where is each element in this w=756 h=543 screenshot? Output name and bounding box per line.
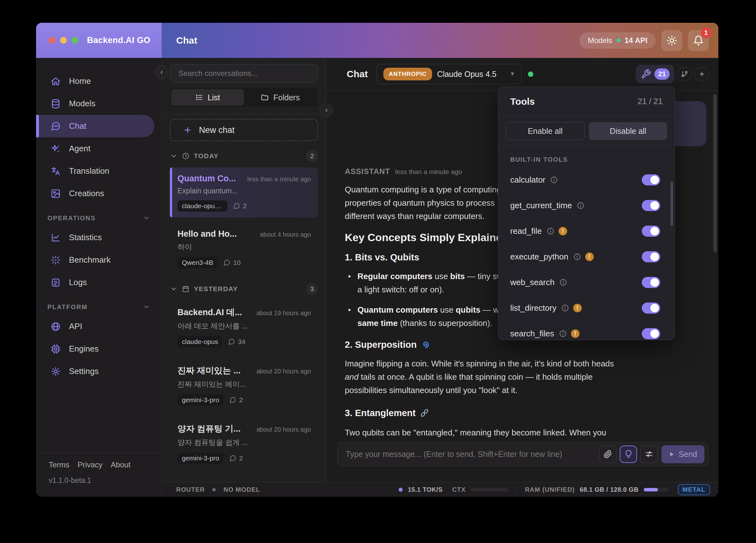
tool-toggle[interactable] <box>642 303 660 314</box>
collapse-conversation-list-button[interactable]: ‹ <box>320 103 333 117</box>
close-window-button[interactable] <box>49 37 55 44</box>
model-online-dot <box>528 71 533 77</box>
info-icon[interactable] <box>561 304 569 312</box>
builtin-tools-section-label: BUILT-IN TOOLS <box>510 156 663 163</box>
disable-all-button[interactable]: Disable all <box>589 122 667 140</box>
warning-icon: ! <box>585 252 594 261</box>
burst-icon <box>51 255 61 265</box>
sidebar-item-logs[interactable]: Logs <box>36 271 161 294</box>
tools-title: Tools <box>510 96 535 107</box>
conversation-item[interactable]: 양자 컴퓨팅 기... about 20 hours ago 양자 컴퓨팅을 쉽… <box>170 417 318 470</box>
tool-toggle[interactable] <box>642 200 660 211</box>
sidebar-item-engines[interactable]: Engines <box>36 338 161 360</box>
conversation-subtitle: 양자 컴퓨팅을 쉽게 ... <box>177 438 311 447</box>
message-count-icon <box>223 259 230 266</box>
attach-file-button[interactable] <box>599 446 617 463</box>
tool-toggle[interactable] <box>642 328 660 339</box>
sidebar-item-creations[interactable]: Creations <box>36 182 161 205</box>
conversation-item[interactable]: Quantum Co... less than a minute ago Exp… <box>170 167 318 217</box>
tab-list[interactable]: List <box>171 89 244 106</box>
notifications-button[interactable]: 1 <box>688 30 709 51</box>
theme-toggle-button[interactable] <box>661 30 682 51</box>
sidebar-section-operations[interactable]: OPERATIONS <box>36 210 161 226</box>
group-header-today[interactable]: TODAY 2 <box>170 150 318 162</box>
branch-conversation-button[interactable] <box>677 67 691 81</box>
tab-folders[interactable]: Folders <box>244 89 317 106</box>
search-conversations-input[interactable]: Search conversations... <box>170 64 318 83</box>
api-count: 14 API <box>625 36 648 45</box>
sidebar-item-benchmark[interactable]: Benchmark <box>36 249 161 271</box>
sidebar-item-translation[interactable]: Translation <box>36 160 161 182</box>
privacy-link[interactable]: Privacy <box>77 460 102 469</box>
info-icon[interactable] <box>550 176 558 184</box>
new-chat-button[interactable]: New chat <box>170 119 318 141</box>
about-link[interactable]: About <box>111 460 131 469</box>
chat-settings-button[interactable] <box>640 446 658 463</box>
sidebar: Home Models Chat Agent Translation Creat… <box>36 58 162 497</box>
info-icon[interactable] <box>559 330 567 338</box>
tool-toggle[interactable] <box>642 174 660 185</box>
group-count-badge: 2 <box>306 150 318 162</box>
minimize-window-button[interactable] <box>60 37 67 44</box>
tool-row: search_files ! <box>510 321 660 340</box>
message-count-icon <box>229 397 236 404</box>
send-button[interactable]: Send <box>661 445 704 463</box>
tool-name: calculator <box>510 175 545 185</box>
sidebar-item-chat[interactable]: Chat <box>36 115 154 137</box>
sidebar-item-settings[interactable]: Settings <box>36 360 161 383</box>
info-icon[interactable] <box>573 253 581 261</box>
context-meter <box>471 488 508 491</box>
tool-toggle[interactable] <box>642 225 660 237</box>
throughput-value: 15.1 TOK/S <box>408 486 443 493</box>
conversation-item[interactable]: 진짜 재미있는 ... about 20 hours ago 진짜 재미있는 에… <box>170 359 318 411</box>
info-icon[interactable] <box>547 227 555 235</box>
git-branch-icon <box>681 71 688 77</box>
info-icon[interactable] <box>577 201 585 209</box>
models-status-pill[interactable]: Models 14 API <box>579 32 656 49</box>
message-count: 2 <box>243 202 247 210</box>
sidebar-item-label: Logs <box>69 278 87 287</box>
message-count-icon <box>228 338 235 345</box>
sidebar-item-models[interactable]: Models <box>36 92 161 115</box>
chevron-down-icon <box>170 285 177 293</box>
thinking-mode-button[interactable] <box>620 446 637 463</box>
conversation-item[interactable]: Hello and Ho... about 4 hours ago 하이 Qwe… <box>170 223 318 274</box>
chat-scrollbar[interactable] <box>713 94 717 252</box>
terms-link[interactable]: Terms <box>49 460 69 469</box>
model-select[interactable]: ANTHROPIC Claude Opus 4.5 ▼ <box>377 64 522 84</box>
sidebar-item-label: Statistics <box>69 232 102 242</box>
message-input[interactable]: Type your message... (Enter to send, Shi… <box>346 450 596 459</box>
api-status-dot <box>617 38 621 42</box>
tool-toggle[interactable] <box>642 277 660 288</box>
gear-icon <box>51 367 61 377</box>
folder-icon <box>261 93 269 102</box>
enable-all-button[interactable]: Enable all <box>506 122 585 140</box>
chat-bubble-icon <box>51 121 61 131</box>
ram-meter-fill <box>644 488 658 491</box>
selected-model: Claude Opus 4.5 <box>437 70 497 79</box>
sidebar-item-agent[interactable]: Agent <box>36 137 161 160</box>
tools-button[interactable]: 21 <box>636 65 674 83</box>
info-icon[interactable] <box>559 279 567 287</box>
sidebar-item-home[interactable]: Home <box>36 70 161 92</box>
titlebar-sidebar-section: Backend.AI GO <box>36 23 162 58</box>
page-title: Chat <box>176 35 197 46</box>
section-label: OPERATIONS <box>47 214 96 222</box>
maximize-window-button[interactable] <box>71 37 78 44</box>
group-header-yesterday[interactable]: YESTERDAY 3 <box>170 283 318 295</box>
message-subheading: 3. Entanglement <box>345 408 718 418</box>
conversation-item[interactable]: Backend.AI 데... about 19 hours ago 아래 데모… <box>170 300 318 353</box>
sidebar-item-api[interactable]: API <box>36 315 161 338</box>
group-count-badge: 3 <box>306 283 318 295</box>
tools-popup-header: Tools 21 / 21 <box>498 87 675 116</box>
tools-popup-scrollbar[interactable] <box>671 182 673 226</box>
sidebar-section-platform[interactable]: PLATFORM <box>36 299 161 315</box>
collapse-sidebar-button[interactable]: ‹ <box>155 65 168 79</box>
tool-row: get_current_time <box>510 193 660 218</box>
paperclip-icon <box>604 450 612 459</box>
sidebar-item-statistics[interactable]: Statistics <box>36 226 161 249</box>
tool-toggle[interactable] <box>642 251 660 262</box>
plus-icon <box>698 71 705 77</box>
new-conversation-button[interactable] <box>695 67 709 81</box>
new-chat-label: New chat <box>199 125 235 135</box>
